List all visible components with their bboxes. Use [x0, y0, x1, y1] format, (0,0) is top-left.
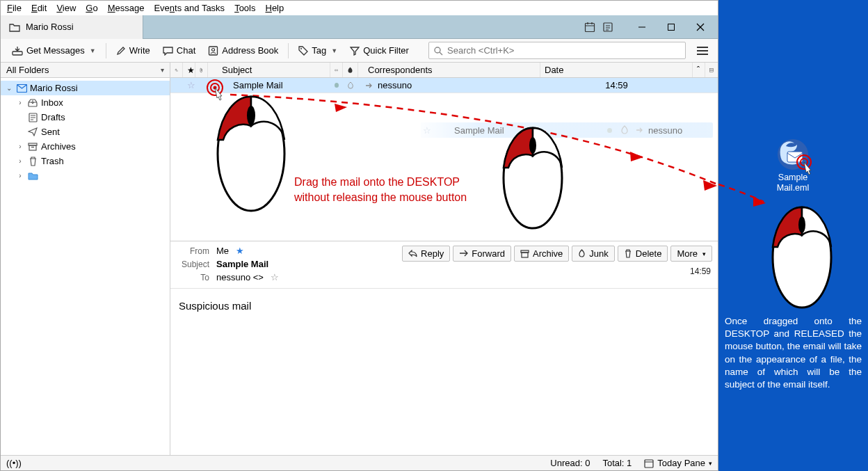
tag-button[interactable]: Tag▼ — [293, 42, 343, 58]
svg-rect-29 — [710, 68, 714, 72]
menu-message[interactable]: Message — [103, 1, 150, 15]
svg-rect-9 — [668, 24, 675, 30]
col-sort[interactable]: ˆ — [693, 63, 705, 77]
col-attachment[interactable] — [195, 63, 208, 77]
menu-go[interactable]: Go — [81, 1, 102, 15]
addressbook-icon — [208, 46, 218, 56]
filter-icon — [350, 46, 360, 56]
svg-rect-44 — [787, 152, 803, 162]
status-bar: ((•)) Unread: 0 Total: 1 Today Pane▾ — [1, 455, 718, 470]
desktop-overlay — [718, 0, 868, 471]
menu-events[interactable]: Events and Tasks — [149, 1, 230, 15]
star-outline-icon[interactable]: ☆ — [271, 272, 279, 282]
annotation-text: Drag the mail onto the DESKTOP without r… — [294, 175, 467, 205]
folder-pane: All Folders ▾ ⌄ Mario Rossi ›Inbox Draft… — [1, 63, 170, 455]
desktop-file[interactable]: Sample Mail.eml — [769, 173, 817, 193]
col-junk[interactable] — [343, 63, 358, 77]
quickfilter-button[interactable]: Quick Filter — [344, 42, 415, 58]
message-body: Suspicious mail — [170, 289, 718, 455]
close-button[interactable] — [686, 17, 715, 37]
folder-archives[interactable]: ›Archives — [1, 139, 170, 154]
svg-point-28 — [337, 70, 338, 71]
folder-icon — [27, 170, 38, 182]
message-preview: Reply Forward Archive Junk Delete More▾ … — [170, 241, 718, 455]
col-picker[interactable] — [705, 63, 718, 77]
inbox-icon — [27, 97, 38, 109]
archive-button[interactable]: Archive — [514, 246, 569, 262]
minimize-button[interactable] — [627, 17, 657, 37]
menu-file[interactable]: File — [2, 1, 26, 15]
trash-icon — [27, 156, 38, 167]
folder-local[interactable]: › — [1, 168, 170, 183]
folder-icon — [9, 22, 20, 32]
write-button[interactable]: Write — [111, 42, 156, 58]
tasks-icon[interactable] — [601, 20, 615, 34]
today-pane-toggle[interactable]: Today Pane▾ — [644, 458, 712, 468]
maximize-button[interactable] — [657, 17, 686, 37]
search-icon — [433, 46, 443, 56]
tab-account[interactable]: Mario Rossi — [1, 15, 143, 39]
svg-point-48 — [798, 216, 805, 233]
message-row[interactable]: ☆ Sample Mail nessuno 14:59 — [170, 78, 718, 93]
delete-button[interactable]: Delete — [618, 246, 668, 262]
chat-button[interactable]: Chat — [157, 42, 201, 58]
drafts-icon — [27, 112, 38, 123]
main-toolbar: Get Messages▼ Write Chat Address Book Ta… — [1, 39, 718, 63]
folder-drafts[interactable]: Drafts — [1, 110, 170, 125]
thunderbird-window: File Edit View Go Message Events and Tas… — [0, 0, 718, 471]
col-subject[interactable]: Subject — [208, 63, 330, 77]
svg-point-47 — [773, 207, 831, 308]
menu-edit[interactable]: Edit — [26, 1, 51, 15]
col-date[interactable]: Date — [540, 63, 693, 77]
activity-icon[interactable]: ((•)) — [6, 458, 22, 468]
preview-time: 14:59 — [690, 266, 711, 276]
col-read[interactable] — [330, 63, 343, 77]
col-correspondents[interactable]: Correspondents — [358, 63, 540, 77]
folder-inbox[interactable]: ›Inbox — [1, 95, 170, 110]
reply-button[interactable]: Reply — [402, 246, 450, 262]
search-box[interactable] — [428, 42, 686, 59]
to-value: nessuno <> — [216, 272, 264, 282]
col-star[interactable]: ★ — [183, 63, 195, 77]
menu-tools[interactable]: Tools — [230, 1, 260, 15]
search-input[interactable] — [447, 45, 681, 56]
menubar: File Edit View Go Message Events and Tas… — [1, 1, 718, 15]
total-count: Total: 1 — [602, 458, 632, 468]
forward-button[interactable]: Forward — [453, 246, 511, 262]
message-list-header: ★ Subject Correspondents Date ˆ — [170, 63, 718, 78]
drag-ghost: ☆ Sample Mail nessuno — [421, 122, 713, 138]
svg-line-17 — [440, 52, 442, 55]
svg-rect-0 — [586, 23, 595, 31]
svg-point-27 — [335, 70, 336, 71]
download-icon — [12, 46, 23, 56]
more-button[interactable]: More▾ — [670, 246, 712, 262]
junk-button[interactable]: Junk — [572, 246, 614, 262]
folder-trash[interactable]: ›Trash — [1, 154, 170, 168]
folder-sent[interactable]: Sent — [1, 125, 170, 139]
titlebar: Mario Rossi — [1, 15, 718, 39]
get-messages-button[interactable]: Get Messages▼ — [6, 42, 102, 58]
message-list-body[interactable]: ☆ Sample Mail nessuno Drag the mail onto… — [170, 93, 718, 241]
calendar-icon[interactable] — [583, 20, 597, 34]
folder-pane-header[interactable]: All Folders ▾ — [1, 63, 170, 78]
desktop-area: Sample Mail.eml Once dragged onto the DE… — [718, 0, 868, 471]
svg-point-46 — [801, 159, 807, 166]
col-thread[interactable] — [170, 63, 183, 77]
svg-rect-34 — [645, 460, 653, 468]
svg-point-14 — [212, 48, 215, 51]
message-area: ★ Subject Correspondents Date ˆ ☆ Sample… — [170, 63, 718, 455]
unread-count: Unread: 0 — [550, 458, 590, 468]
from-value: Me — [216, 246, 229, 256]
svg-rect-33 — [522, 253, 528, 257]
star-icon[interactable]: ★ — [236, 246, 244, 256]
tag-icon — [298, 46, 308, 56]
sent-icon — [27, 127, 38, 138]
mail-icon — [16, 83, 27, 94]
menu-view[interactable]: View — [51, 1, 81, 15]
app-menu-button[interactable] — [693, 47, 712, 55]
chat-icon — [163, 46, 173, 56]
svg-point-15 — [300, 48, 302, 49]
account-row[interactable]: ⌄ Mario Rossi — [1, 81, 170, 95]
menu-help[interactable]: Help — [260, 1, 289, 15]
address-book-button[interactable]: Address Book — [202, 42, 284, 58]
